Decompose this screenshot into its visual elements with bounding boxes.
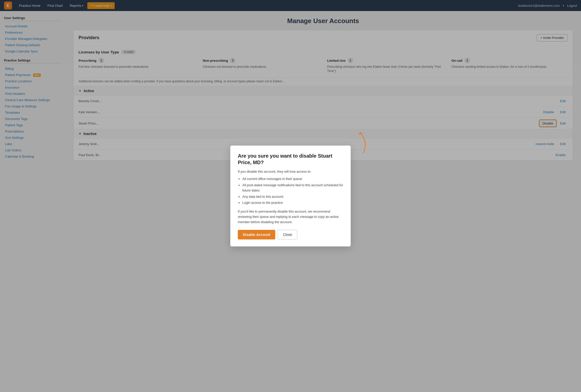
modal-footer: Disable Account Close bbox=[238, 230, 343, 239]
list-item: All current office messages in their que… bbox=[242, 176, 343, 182]
arrow-annotation bbox=[341, 130, 371, 156]
modal-footer-text: If you'd like to permanently disable thi… bbox=[238, 209, 343, 225]
disable-account-button[interactable]: Disable Account bbox=[238, 230, 275, 239]
list-item: All post-dated message notifications tie… bbox=[242, 183, 343, 193]
modal-title: Are you sure you want to disable Stuart … bbox=[238, 153, 343, 166]
disable-confirm-modal: Are you sure you want to disable Stuart … bbox=[230, 146, 351, 246]
modal-bullets-list: All current office messages in their que… bbox=[242, 176, 343, 206]
list-item: Login access to the practice bbox=[242, 200, 343, 206]
modal-intro: If you disable this account, they will l… bbox=[238, 169, 343, 174]
modal-overlay[interactable]: Are you sure you want to disable Stuart … bbox=[0, 0, 581, 392]
modal-body: If you disable this account, they will l… bbox=[238, 169, 343, 225]
svg-marker-0 bbox=[359, 132, 362, 134]
close-modal-button[interactable]: Close bbox=[278, 230, 297, 239]
list-item: Any data tied to this account bbox=[242, 194, 343, 200]
